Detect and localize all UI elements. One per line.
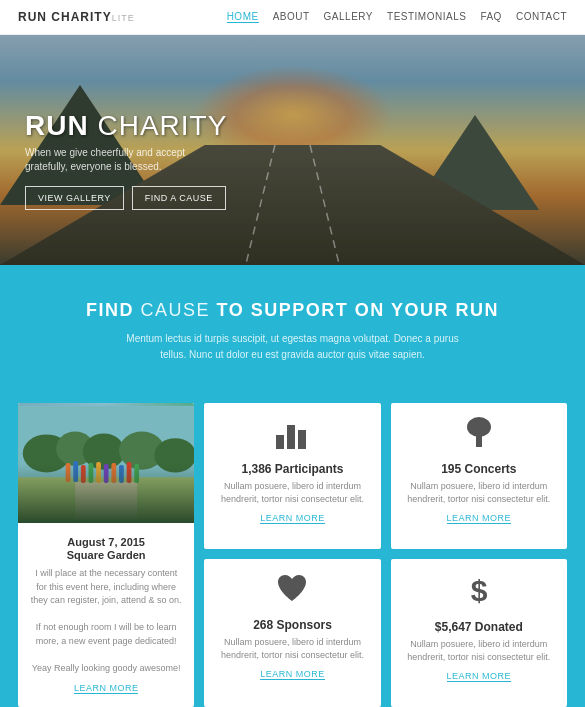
- nav-contact[interactable]: CONTACT: [516, 11, 567, 23]
- svg-rect-24: [476, 435, 482, 447]
- donated-icon: $: [403, 573, 555, 614]
- event-card: August 7, 2015 Square Garden I will plac…: [18, 403, 194, 707]
- concerts-learn-more[interactable]: LEARN MORE: [447, 513, 512, 524]
- svg-rect-13: [89, 463, 94, 483]
- find-cause-button[interactable]: FIND A CAUSE: [132, 186, 226, 210]
- event-learn-more[interactable]: LEARN MORE: [74, 683, 139, 694]
- sponsors-text: Nullam posuere, libero id interdum hendr…: [216, 636, 368, 661]
- title-highlight: FIND: [86, 300, 134, 320]
- nav-gallery[interactable]: GALLERY: [324, 11, 373, 23]
- participants-stat: 1,386 Participants: [216, 462, 368, 476]
- participants-card: 1,386 Participants Nullam posuere, liber…: [204, 403, 380, 549]
- event-text: I will place at the necessary content fo…: [30, 567, 182, 675]
- nav-faq[interactable]: FAQ: [480, 11, 502, 23]
- hero-subtitle: When we give cheerfully and accept grate…: [25, 146, 225, 174]
- participants-icon: [216, 417, 368, 456]
- svg-rect-19: [134, 464, 139, 483]
- site-logo: RUN CHARITYLITE: [18, 10, 135, 24]
- svg-rect-17: [119, 465, 124, 483]
- sponsors-card: 268 Sponsors Nullam posuere, libero id i…: [204, 559, 380, 707]
- donated-stat: $5,647 Donated: [403, 620, 555, 634]
- svg-rect-12: [81, 465, 86, 483]
- heart-icon: [275, 573, 309, 605]
- concerts-card: 195 Concerts Nullam posuere, libero id i…: [391, 403, 567, 549]
- participants-icon-section: 1,386 Participants Nullam posuere, liber…: [204, 403, 380, 535]
- main-nav: HOME ABOUT GALLERY TESTIMONIALS FAQ CONT…: [227, 11, 567, 23]
- svg-rect-20: [276, 435, 284, 449]
- concerts-icon: [403, 417, 555, 456]
- nav-testimonials[interactable]: TESTIMONIALS: [387, 11, 466, 23]
- participants-learn-more[interactable]: LEARN MORE: [260, 513, 325, 524]
- hero-section: RUN CHARITY When we give cheerfully and …: [0, 35, 585, 265]
- concerts-text: Nullam posuere, libero id interdum hendr…: [403, 480, 555, 505]
- sponsors-stat: 268 Sponsors: [216, 618, 368, 632]
- hero-content: RUN CHARITY When we give cheerfully and …: [25, 110, 227, 210]
- svg-rect-22: [298, 430, 306, 449]
- svg-rect-15: [104, 464, 109, 483]
- tree-icon: [462, 417, 496, 449]
- svg-point-23: [467, 417, 491, 437]
- event-date: August 7, 2015: [30, 535, 182, 549]
- sponsors-icon-section: 268 Sponsors Nullam posuere, libero id i…: [204, 559, 380, 691]
- hero-buttons: VIEW GALLERY FIND A CAUSE: [25, 186, 227, 210]
- find-cause-section: FIND CAUSE TO SUPPORT ON YOUR RUN Mentum…: [0, 265, 585, 403]
- donated-text: Nullam posuere, libero id interdum hendr…: [403, 638, 555, 663]
- find-cause-description: Mentum lectus id turpis suscipit, ut ege…: [113, 331, 473, 363]
- svg-rect-8: [18, 477, 194, 520]
- view-gallery-button[interactable]: VIEW GALLERY: [25, 186, 124, 210]
- svg-point-7: [154, 438, 194, 472]
- concerts-icon-section: 195 Concerts Nullam posuere, libero id i…: [391, 403, 567, 535]
- site-header: RUN CHARITYLITE HOME ABOUT GALLERY TESTI…: [0, 0, 585, 35]
- svg-rect-10: [66, 463, 71, 482]
- donated-card: $ $5,647 Donated Nullam posuere, libero …: [391, 559, 567, 707]
- svg-text:$: $: [470, 574, 487, 607]
- title-rest: TO SUPPORT ON YOUR RUN: [217, 300, 499, 320]
- svg-rect-21: [287, 425, 295, 449]
- dollar-icon: $: [464, 573, 494, 607]
- svg-rect-18: [127, 462, 132, 483]
- cards-grid: August 7, 2015 Square Garden I will plac…: [18, 403, 567, 707]
- event-card-body: August 7, 2015 Square Garden I will plac…: [18, 523, 194, 707]
- sponsors-icon: [216, 573, 368, 612]
- participants-text: Nullam posuere, libero id interdum hendr…: [216, 480, 368, 505]
- find-cause-title: FIND CAUSE TO SUPPORT ON YOUR RUN: [30, 300, 555, 321]
- hero-title: RUN CHARITY: [25, 110, 227, 142]
- svg-point-5: [83, 433, 125, 469]
- donated-icon-section: $ $5,647 Donated Nullam posuere, libero …: [391, 559, 567, 693]
- event-card-image: [18, 403, 194, 523]
- title-mid: CAUSE: [141, 300, 217, 320]
- crowd-image-svg: [18, 403, 194, 523]
- nav-about[interactable]: ABOUT: [273, 11, 310, 23]
- event-location: Square Garden: [30, 549, 182, 561]
- svg-rect-2: [18, 406, 194, 520]
- sponsors-learn-more[interactable]: LEARN MORE: [260, 669, 325, 680]
- svg-rect-16: [111, 463, 116, 483]
- bars-icon: [274, 417, 310, 449]
- cards-section: August 7, 2015 Square Garden I will plac…: [0, 403, 585, 707]
- nav-home[interactable]: HOME: [227, 11, 259, 23]
- donated-learn-more[interactable]: LEARN MORE: [447, 671, 512, 682]
- svg-rect-14: [96, 462, 101, 483]
- svg-rect-9: [75, 482, 137, 520]
- svg-rect-11: [73, 461, 78, 482]
- concerts-stat: 195 Concerts: [403, 462, 555, 476]
